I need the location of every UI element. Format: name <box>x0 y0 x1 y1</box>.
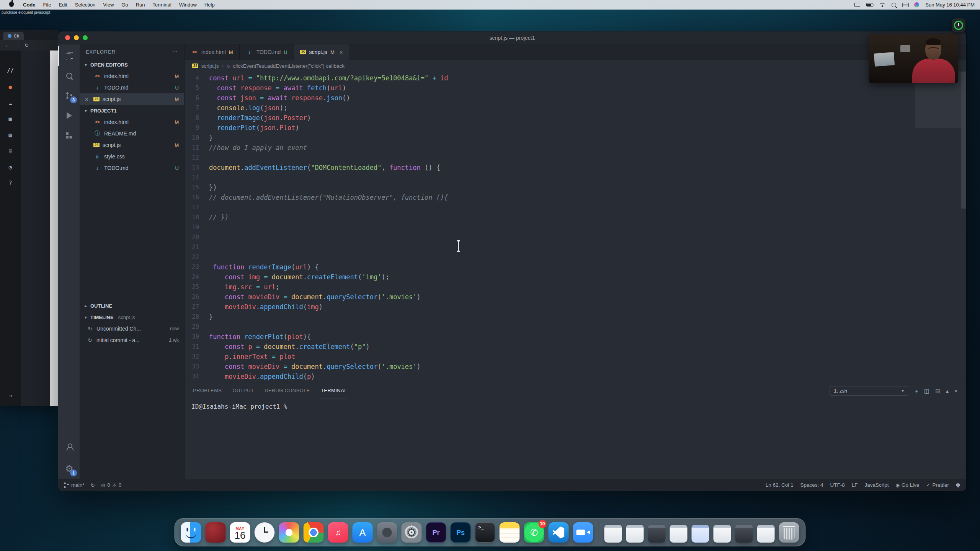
tab-script.js[interactable]: JSscript.jsM× <box>294 44 350 60</box>
project-folder-header[interactable]: ▾ PROJECT1 <box>80 105 184 116</box>
tab-TODO.md[interactable]: ↓TODO.mdU <box>240 44 294 60</box>
panel-tab-terminal[interactable]: TERMINAL <box>321 383 347 398</box>
history-icon[interactable]: ◔ <box>8 163 12 171</box>
sync-button[interactable]: ↻ <box>91 482 95 488</box>
menubar-clock[interactable]: Sun May 16 10:44 PM <box>925 2 975 8</box>
activitybar-settings[interactable]: ⚙1 <box>58 459 80 479</box>
code-editor[interactable]: 4const url = "http://www.omdbapi.com/?ap… <box>185 72 966 383</box>
code-line[interactable]: 31 const p = document.createElement("p") <box>185 342 909 352</box>
dock-minimized-window[interactable] <box>626 525 644 543</box>
code-line[interactable]: 28} <box>185 312 909 322</box>
control-center-icon[interactable] <box>902 3 908 7</box>
timeline-item[interactable]: ↻Uncommitted Ch...now <box>80 323 184 334</box>
open-editors-header[interactable]: ▾ OPEN EDITORS <box>80 59 184 70</box>
terminal-shell-select[interactable]: 1: zsh ▾ <box>830 386 909 396</box>
code-line[interactable]: 10} <box>185 133 909 143</box>
activitybar-accounts[interactable] <box>58 439 80 459</box>
explorer-file-item[interactable]: ⓘREADME.md <box>80 128 184 139</box>
more-actions-icon[interactable]: ⋯ <box>172 48 178 55</box>
code-slash-icon[interactable]: // <box>7 67 14 75</box>
code-line[interactable]: 8 renderImage(json.Poster) <box>185 113 909 123</box>
dock-chrome[interactable] <box>304 522 324 543</box>
code-line[interactable]: 16// document.addEventListener("Mutation… <box>185 192 909 202</box>
code-line[interactable]: 21 <box>185 242 909 252</box>
menubar-item-help[interactable]: Help <box>201 2 219 8</box>
code-line[interactable]: 22 <box>185 252 909 262</box>
code-line[interactable]: 25 img.src = url; <box>185 282 909 292</box>
screen-recorder-widget[interactable] <box>952 18 965 32</box>
dock-utility-app[interactable] <box>377 522 397 543</box>
code-line[interactable]: 18// }) <box>185 212 909 222</box>
menubar-item-selection[interactable]: Selection <box>71 2 99 8</box>
code-line[interactable]: 5 const response = await fetch(url) <box>185 83 909 93</box>
dock-trash[interactable] <box>779 522 799 543</box>
code-line[interactable]: 26 const movieDiv = document.querySelect… <box>185 292 909 302</box>
editor-scrollbar[interactable] <box>961 72 966 209</box>
wifi-icon[interactable] <box>879 3 885 7</box>
help-icon[interactable]: ? <box>8 179 12 187</box>
dock-minimized-window[interactable] <box>757 525 775 543</box>
code-line[interactable]: 11//how do I apply an event <box>185 143 909 153</box>
dock-red-app[interactable] <box>206 522 226 543</box>
dock-minimized-window[interactable] <box>714 525 731 543</box>
open-editor-item[interactable]: ×JSscript.jsM <box>80 93 184 105</box>
menubar-item-window[interactable]: Window <box>175 2 201 8</box>
dock-minimized-window[interactable] <box>692 525 709 543</box>
panel-tab-output[interactable]: OUTPUT <box>232 383 254 398</box>
code-line[interactable]: 27 movieDiv.appendChild(img) <box>185 302 909 312</box>
calendar-icon[interactable]: ▤ <box>8 131 12 139</box>
zoom-window-button[interactable] <box>83 35 88 40</box>
menubar-item-terminal[interactable]: Terminal <box>149 2 175 8</box>
activitybar-run-debug[interactable] <box>58 106 80 126</box>
terminal-content[interactable]: ID@Isaiahs-iMac project1 % <box>185 398 966 415</box>
dock-vscode[interactable] <box>549 522 569 543</box>
eol[interactable]: LF <box>852 482 858 488</box>
code-line[interactable]: 14 <box>185 173 909 183</box>
dock-stickies[interactable] <box>500 522 520 543</box>
prettier[interactable]: ✓Prettier <box>926 482 949 488</box>
maximize-panel-button[interactable]: ▴ <box>946 388 949 394</box>
stack-icon[interactable]: ≣ <box>8 147 12 155</box>
reload-icon[interactable]: ↻ <box>24 42 29 48</box>
encoding[interactable]: UTF-8 <box>830 482 845 488</box>
dock-premiere-pro[interactable]: Pr <box>426 522 446 543</box>
background-browser-window[interactable]: Ch ← → ↻ //●☁▦▤≣◔? → <box>0 30 60 406</box>
outline-header[interactable]: ▸ OUTLINE <box>80 300 184 311</box>
breadcrumb-file[interactable]: script.js <box>201 63 219 69</box>
activitybar-explorer[interactable] <box>58 46 80 66</box>
dock-music[interactable]: ♫ <box>328 522 348 543</box>
activitybar-search[interactable] <box>58 66 80 86</box>
code-line[interactable]: 30function renderPlot(plot){ <box>185 332 909 342</box>
panel-tab-debug-console[interactable]: DEBUG CONSOLE <box>265 383 310 398</box>
code-line[interactable]: 29 <box>185 322 909 332</box>
code-line[interactable]: 6 const json = await response.json() <box>185 93 909 103</box>
dock-minimized-window[interactable] <box>670 525 688 543</box>
menubar-item-view[interactable]: View <box>99 2 118 8</box>
sidebar-collapse-icon[interactable]: → <box>8 391 12 400</box>
split-terminal-button[interactable]: ◫ <box>924 388 929 394</box>
notifications[interactable] <box>956 483 960 487</box>
code-line[interactable]: 7 console.log(json); <box>185 103 909 113</box>
code-line[interactable]: 32 p.innerText = plot <box>185 352 909 362</box>
close-window-button[interactable] <box>65 35 70 40</box>
open-editor-item[interactable]: ↓TODO.mdU <box>80 82 184 93</box>
language-mode[interactable]: JavaScript <box>865 482 889 488</box>
forward-icon[interactable]: → <box>15 42 20 48</box>
menubar-item-code[interactable]: Code <box>19 2 39 8</box>
code-line[interactable]: 17 <box>185 202 909 212</box>
dock-clock-app[interactable] <box>255 522 275 543</box>
close-panel-button[interactable]: × <box>954 388 958 394</box>
dock-video-call-app[interactable] <box>573 522 593 543</box>
dock-minimized-window[interactable] <box>648 525 666 543</box>
code-line[interactable]: 23 function renderImage(url) { <box>185 262 909 272</box>
close-icon[interactable]: × <box>340 49 343 55</box>
back-icon[interactable]: ← <box>5 42 10 48</box>
grid-icon[interactable]: ▦ <box>8 115 12 123</box>
webcam-overlay[interactable] <box>869 34 958 83</box>
kill-terminal-button[interactable]: ⊟ <box>935 388 940 394</box>
dock-photoshop[interactable]: Ps <box>451 522 471 543</box>
menubar-item-file[interactable]: File <box>39 2 55 8</box>
timeline-header[interactable]: ▾ TIMELINE script.js <box>80 311 184 323</box>
dock-calendar[interactable]: MAY16 <box>230 522 250 543</box>
git-branch-indicator[interactable]: main* <box>64 482 85 488</box>
